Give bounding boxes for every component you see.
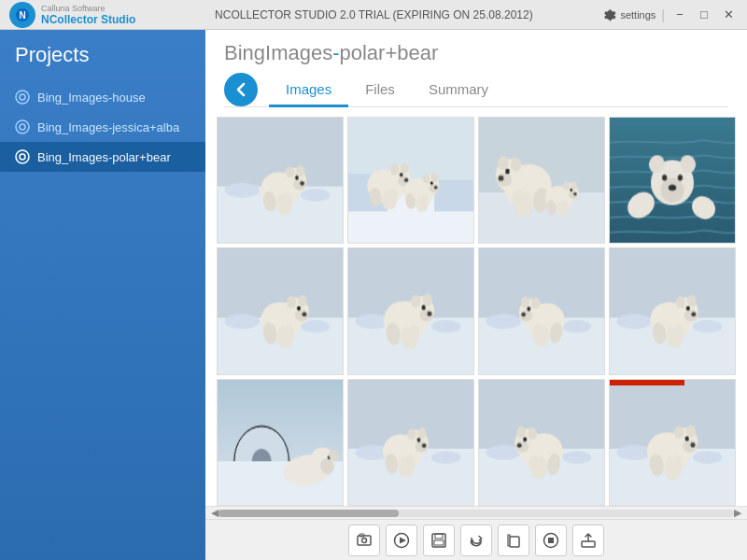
image-cell[interactable] — [478, 247, 605, 374]
sidebar-item-house[interactable]: Bing_Images-house — [0, 82, 205, 112]
sidebar: Projects Bing_Images-house Bing_Images-j… — [0, 30, 205, 560]
tab-summary[interactable]: Summary — [412, 74, 505, 107]
project-icon — [15, 149, 30, 164]
toolbar — [205, 519, 747, 560]
toolbar-play-button[interactable] — [386, 525, 417, 556]
svg-point-7 — [20, 154, 25, 160]
svg-point-2 — [16, 91, 29, 104]
image-grid-container — [205, 107, 747, 506]
sidebar-item-jessica[interactable]: Bing_Images-jessica+alba — [0, 112, 205, 142]
image-grid — [217, 117, 736, 506]
toolbar-stop-button[interactable] — [535, 525, 567, 556]
minimize-button[interactable]: − — [670, 6, 689, 24]
svg-point-10 — [362, 538, 367, 542]
window-title: NCOLLECTOR STUDIO 2.0 TRIAL (EXPIRING ON… — [143, 8, 604, 21]
toolbar-export-button[interactable] — [572, 525, 604, 556]
svg-rect-16 — [510, 537, 519, 547]
image-cell[interactable] — [609, 247, 736, 374]
svg-point-4 — [16, 120, 29, 133]
main-layout: Projects Bing_Images-house Bing_Images-j… — [0, 30, 747, 560]
scroll-right-arrow[interactable]: ▶ — [734, 507, 741, 519]
image-cell[interactable] — [217, 379, 344, 506]
sidebar-item-label: Bing_Images-polar+bear — [37, 150, 171, 164]
project-icon — [15, 119, 30, 134]
scroll-left-arrow[interactable]: ◀ — [211, 507, 218, 519]
sidebar-item-label: Bing_Images-jessica+alba — [37, 120, 179, 134]
svg-rect-19 — [582, 541, 595, 547]
settings-button[interactable]: settings — [604, 8, 655, 21]
svg-point-3 — [20, 94, 25, 100]
maximize-button[interactable]: □ — [695, 6, 713, 24]
content-area: BingImages-polar+bear Images Files Summa… — [205, 30, 747, 560]
toolbar-save-button[interactable] — [423, 525, 455, 556]
svg-marker-12 — [400, 537, 406, 543]
image-cell[interactable] — [217, 247, 344, 374]
image-cell[interactable] — [609, 117, 736, 244]
tab-files[interactable]: Files — [348, 74, 412, 107]
svg-rect-8 — [358, 536, 371, 545]
image-cell[interactable] — [347, 247, 474, 374]
sidebar-item-label: Bing_Images-house — [37, 91, 146, 105]
image-cell[interactable] — [347, 379, 474, 506]
titlebar: N Calluna Software NCollector Studio NCO… — [0, 0, 747, 30]
image-cell[interactable] — [478, 379, 605, 506]
progress-bar — [610, 380, 735, 385]
toolbar-refresh-button[interactable] — [460, 525, 492, 556]
back-button[interactable] — [224, 73, 258, 106]
sidebar-item-polar[interactable]: Bing_Images-polar+bear — [0, 142, 205, 172]
svg-rect-15 — [434, 540, 444, 545]
scrollbar-track[interactable] — [218, 510, 734, 517]
svg-text:N: N — [19, 10, 25, 21]
toolbar-snapshot-button[interactable] — [348, 525, 380, 556]
scrollbar-thumb[interactable] — [218, 510, 399, 517]
image-cell[interactable] — [347, 117, 474, 244]
close-button[interactable]: ✕ — [719, 6, 738, 24]
content-header: BingImages-polar+bear Images Files Summa… — [205, 30, 747, 107]
image-cell[interactable] — [217, 117, 344, 244]
app-logo: N — [9, 2, 35, 28]
svg-rect-18 — [548, 538, 554, 543]
svg-point-5 — [20, 124, 25, 130]
tab-images[interactable]: Images — [269, 74, 348, 107]
window-controls: settings | − □ ✕ — [604, 6, 738, 24]
tabs-bar: Images Files Summary — [224, 73, 728, 107]
svg-point-6 — [16, 150, 29, 163]
project-icon — [15, 90, 30, 105]
scrollbar[interactable]: ◀ ▶ — [205, 506, 747, 519]
toolbar-copy-button[interactable] — [498, 525, 529, 556]
sidebar-title: Projects — [0, 43, 205, 82]
content-title: BingImages-polar+bear — [224, 41, 728, 65]
app-company-name: Calluna Software NCollector Studio — [41, 4, 135, 26]
image-cell[interactable] — [478, 117, 605, 244]
image-cell[interactable] — [609, 379, 736, 506]
